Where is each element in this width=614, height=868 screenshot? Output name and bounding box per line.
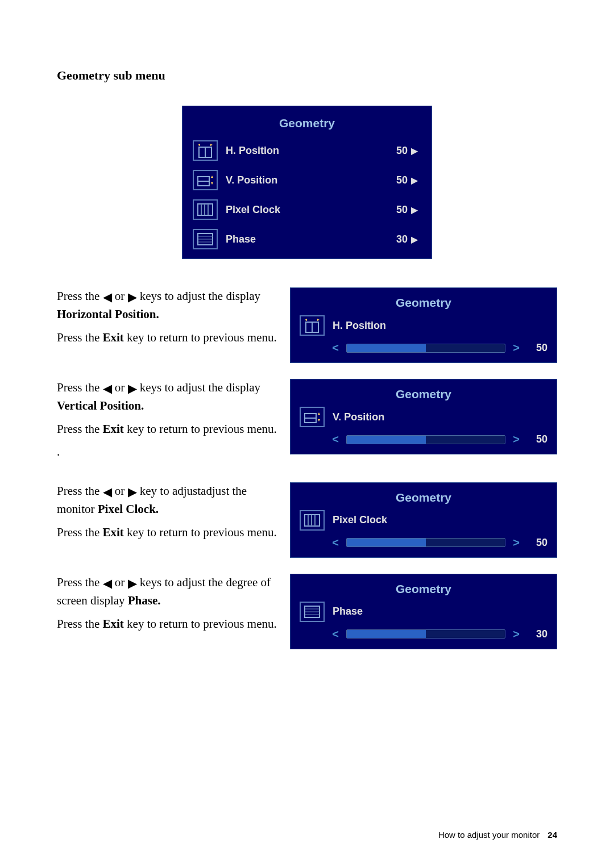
osd-label: V. Position [226,174,387,186]
osd-label: Pixel Clock [226,204,387,216]
osd-sublabel: Phase [333,606,363,617]
triangle-left-icon: ◀ [103,483,112,500]
slider-value: 50 [527,433,547,445]
osd-value: 50 [387,174,408,186]
chevron-right-icon[interactable]: > [511,433,521,446]
page-footer: How to adjust your monitor24 [438,830,557,840]
osd-title: Geometry [294,486,553,508]
svg-marker-23 [318,419,320,422]
chevron-right-icon[interactable]: > [511,536,521,549]
slider-value: 50 [527,537,547,549]
osd-row-hposition[interactable]: H. Position 50 ▶ [187,136,427,165]
svg-marker-22 [318,412,320,415]
hpos-icon [300,315,325,336]
svg-marker-6 [211,176,213,178]
chevron-left-icon[interactable]: < [330,433,341,446]
slider-track[interactable] [346,344,505,353]
chevron-left-icon[interactable]: < [330,341,341,354]
chevron-right-icon: ▶ [408,175,421,186]
triangle-right-icon: ▶ [128,575,137,592]
chevron-right-icon[interactable]: > [511,341,521,354]
osd-hposition-slider-panel: Geometry H. Position < > 50 [290,287,557,363]
osd-value: 50 [387,145,408,157]
slider-track[interactable] [346,629,505,639]
triangle-right-icon: ▶ [128,483,137,500]
osd-value: 50 [387,204,408,216]
triangle-left-icon: ◀ [103,380,112,397]
triangle-left-icon: ◀ [103,575,112,592]
chevron-right-icon: ▶ [408,145,421,156]
instruction-text-hposition: Press the ◀ or ▶ keys to adjust the disp… [57,287,290,352]
osd-row-pixelclock[interactable]: Pixel Clock 50 ▶ [187,195,427,224]
vpos-icon [193,170,218,190]
phase-icon [193,229,218,249]
triangle-left-icon: ◀ [103,289,112,306]
slider-track[interactable] [346,538,505,547]
osd-sublabel: H. Position [333,320,386,332]
osd-vposition-slider-panel: Geometry V. Position < > 50 [290,379,557,454]
chevron-right-icon[interactable]: > [511,628,521,641]
hpos-icon [193,140,218,161]
osd-sublabel: V. Position [333,411,384,423]
instruction-text-phase: Press the ◀ or ▶ keys to adjust the degr… [57,574,290,638]
osd-label: H. Position [226,145,387,157]
svg-marker-18 [305,319,307,321]
osd-title: Geometry [187,111,427,136]
phase-icon [300,602,325,622]
svg-marker-19 [317,319,320,321]
osd-label: Phase [226,233,387,245]
vpos-icon [300,407,325,427]
instruction-text-pixelclock: Press the ◀ or ▶ key to adjustadjust the… [57,482,290,546]
svg-marker-3 [210,144,213,146]
slider-value: 30 [527,628,547,640]
osd-title: Geometry [294,383,553,404]
osd-sublabel: Pixel Clock [333,514,387,526]
pixelclock-icon [193,199,218,220]
instruction-text-vposition: Press the ◀ or ▶ keys to adjust the disp… [57,379,290,466]
osd-title: Geometry [294,578,553,599]
osd-row-phase[interactable]: Phase 30 ▶ [187,224,427,254]
osd-title: Geometry [294,291,553,313]
chevron-right-icon: ▶ [408,234,421,245]
triangle-right-icon: ▶ [128,380,137,397]
svg-marker-2 [198,144,200,146]
chevron-left-icon[interactable]: < [330,628,341,641]
chevron-right-icon: ▶ [408,205,421,215]
osd-row-vposition[interactable]: V. Position 50 ▶ [187,165,427,195]
slider-track[interactable] [346,435,505,444]
osd-phase-slider-panel: Geometry Phase < > 30 [290,574,557,649]
svg-marker-7 [211,182,213,185]
triangle-right-icon: ▶ [128,289,137,306]
chevron-left-icon[interactable]: < [330,536,341,549]
osd-pixelclock-slider-panel: Geometry Pixel Clock < > 50 [290,482,557,558]
pixelclock-icon [300,510,325,531]
osd-geometry-panel: Geometry H. Position 50 ▶ V. Position 50… [182,106,432,259]
slider-value: 50 [527,342,547,354]
section-heading: Geometry sub menu [57,68,557,83]
osd-value: 30 [387,233,408,245]
